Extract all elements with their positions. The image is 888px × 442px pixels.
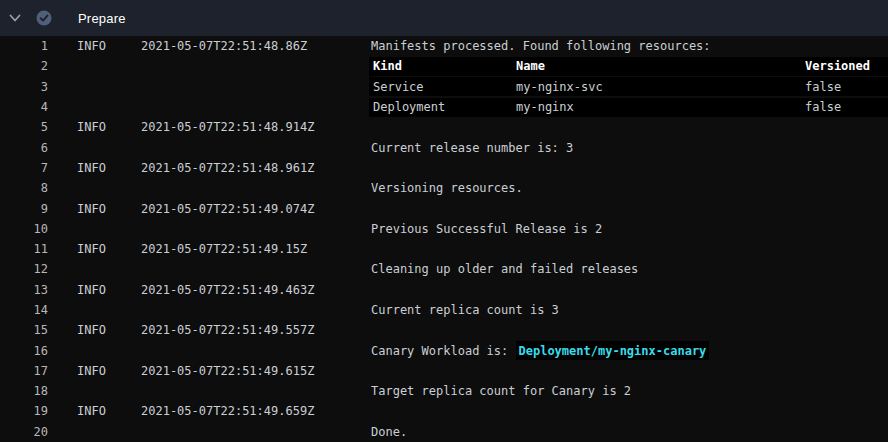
line-number: 3 (0, 80, 48, 94)
log-message: Target replica count for Canary is 2 (371, 384, 631, 398)
log-line: 18 Target replica count for Canary is 2 (0, 381, 888, 401)
timestamp: 2021-05-07T22:51:48.914Z (141, 120, 371, 134)
column-header-kind: Kind (373, 59, 516, 73)
line-number: 15 (0, 323, 48, 337)
canary-workload-highlight: Deployment/my-nginx-canary (516, 341, 710, 360)
chevron-down-icon[interactable] (8, 11, 22, 25)
timestamp: 2021-05-07T22:51:49.557Z (141, 323, 371, 337)
line-number: 1 (0, 39, 48, 53)
log-line: 15 INFO 2021-05-07T22:51:49.557Z (0, 320, 888, 340)
line-number: 14 (0, 303, 48, 317)
log-level: INFO (77, 323, 141, 337)
timestamp: 2021-05-07T22:51:49.615Z (141, 364, 371, 378)
log-line: 3 Service my-nginx-svc false (0, 77, 888, 97)
column-header-name: Name (516, 59, 805, 73)
resource-table-header: Kind Name Versioned (369, 57, 888, 76)
line-number: 9 (0, 202, 48, 216)
log-line: 14 Current replica count is 3 (0, 300, 888, 320)
log-message: Cleaning up older and failed releases (371, 262, 638, 276)
log-message: Current replica count is 3 (371, 303, 559, 317)
line-number: 19 (0, 404, 48, 418)
log-line: 20 Done. (0, 422, 888, 442)
log-line: 16 Canary Workload is: Deployment/my-ngi… (0, 340, 888, 360)
cell-versioned: false (805, 100, 888, 114)
line-number: 5 (0, 120, 48, 134)
line-number: 11 (0, 242, 48, 256)
log-line: 13 INFO 2021-05-07T22:51:49.463Z (0, 280, 888, 300)
line-number: 20 (0, 425, 48, 439)
log-line: 9 INFO 2021-05-07T22:51:49.074Z (0, 198, 888, 218)
log-level: INFO (77, 283, 141, 297)
log-level: INFO (77, 364, 141, 378)
log-message: Done. (371, 425, 407, 439)
line-number: 10 (0, 222, 48, 236)
line-number: 6 (0, 141, 48, 155)
log-line: 6 Current release number is: 3 (0, 137, 888, 157)
log-message: Manifests processed. Found following res… (371, 39, 711, 53)
step-header[interactable]: Prepare (0, 0, 888, 36)
log-line: 8 Versioning resources. (0, 178, 888, 198)
log-line: 2 Kind Name Versioned (0, 56, 888, 76)
log-message: Versioning resources. (371, 181, 523, 195)
column-header-versioned: Versioned (805, 59, 888, 73)
log-output: 1 INFO 2021-05-07T22:51:48.86Z Manifests… (0, 36, 888, 442)
resource-table-row: Deployment my-nginx false (369, 98, 888, 117)
log-line: 17 INFO 2021-05-07T22:51:49.615Z (0, 361, 888, 381)
log-level: INFO (77, 161, 141, 175)
cell-kind: Service (373, 80, 516, 94)
log-line: 10 Previous Successful Release is 2 (0, 219, 888, 239)
log-message: Previous Successful Release is 2 (371, 222, 602, 236)
step-title: Prepare (78, 11, 126, 26)
log-line: 19 INFO 2021-05-07T22:51:49.659Z (0, 401, 888, 421)
line-number: 16 (0, 344, 48, 358)
timestamp: 2021-05-07T22:51:49.074Z (141, 202, 371, 216)
log-line: 11 INFO 2021-05-07T22:51:49.15Z (0, 239, 888, 259)
log-level: INFO (77, 202, 141, 216)
cell-name: my-nginx (516, 100, 805, 114)
log-level: INFO (77, 39, 141, 53)
timestamp: 2021-05-07T22:51:49.463Z (141, 283, 371, 297)
timestamp: 2021-05-07T22:51:49.659Z (141, 404, 371, 418)
line-number: 2 (0, 59, 48, 73)
timestamp: 2021-05-07T22:51:48.961Z (141, 161, 371, 175)
log-line: 5 INFO 2021-05-07T22:51:48.914Z (0, 117, 888, 137)
check-circle-icon (36, 10, 52, 26)
log-message: Canary Workload is: Deployment/my-nginx-… (371, 344, 709, 358)
cell-name: my-nginx-svc (516, 80, 805, 94)
cell-versioned: false (805, 80, 888, 94)
log-level: INFO (77, 242, 141, 256)
cell-kind: Deployment (373, 100, 516, 114)
log-line: 7 INFO 2021-05-07T22:51:48.961Z (0, 158, 888, 178)
log-level: INFO (77, 404, 141, 418)
timestamp: 2021-05-07T22:51:49.15Z (141, 242, 371, 256)
log-line: 4 Deployment my-nginx false (0, 97, 888, 117)
log-line: 1 INFO 2021-05-07T22:51:48.86Z Manifests… (0, 36, 888, 56)
log-level: INFO (77, 120, 141, 134)
log-line: 12 Cleaning up older and failed releases (0, 259, 888, 279)
line-number: 7 (0, 161, 48, 175)
line-number: 4 (0, 100, 48, 114)
line-number: 18 (0, 384, 48, 398)
line-number: 13 (0, 283, 48, 297)
message-prefix: Canary Workload is: (371, 344, 516, 358)
resource-table-row: Service my-nginx-svc false (369, 77, 888, 96)
timestamp: 2021-05-07T22:51:48.86Z (141, 39, 371, 53)
line-number: 17 (0, 364, 48, 378)
line-number: 8 (0, 181, 48, 195)
line-number: 12 (0, 262, 48, 276)
log-message: Current release number is: 3 (371, 141, 573, 155)
